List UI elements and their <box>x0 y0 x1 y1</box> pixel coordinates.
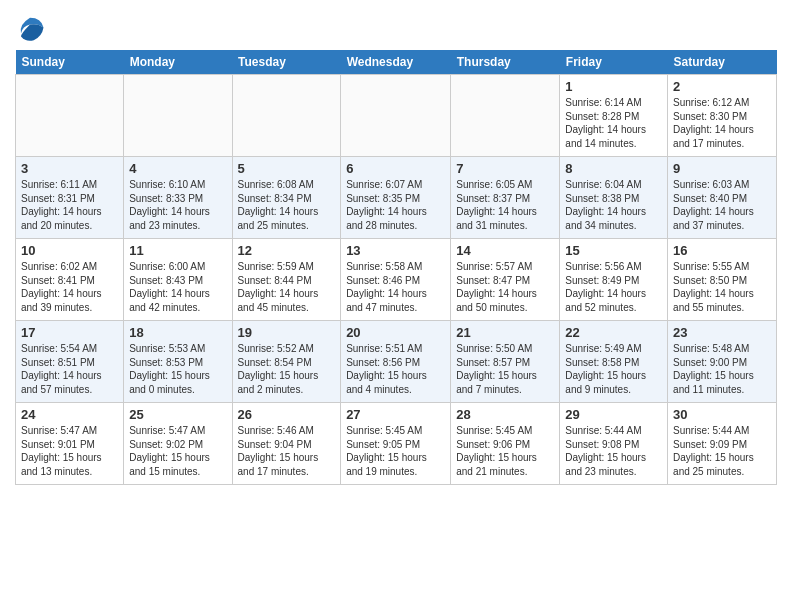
calendar-day-cell: 18Sunrise: 5:53 AM Sunset: 8:53 PM Dayli… <box>124 321 232 403</box>
calendar-week-row: 10Sunrise: 6:02 AM Sunset: 8:41 PM Dayli… <box>16 239 777 321</box>
day-number: 22 <box>565 325 662 340</box>
day-info: Sunrise: 5:52 AM Sunset: 8:54 PM Dayligh… <box>238 342 336 396</box>
day-number: 1 <box>565 79 662 94</box>
calendar-day-cell: 21Sunrise: 5:50 AM Sunset: 8:57 PM Dayli… <box>451 321 560 403</box>
day-info: Sunrise: 6:04 AM Sunset: 8:38 PM Dayligh… <box>565 178 662 232</box>
page-header <box>15 10 777 44</box>
day-info: Sunrise: 5:55 AM Sunset: 8:50 PM Dayligh… <box>673 260 771 314</box>
day-info: Sunrise: 5:57 AM Sunset: 8:47 PM Dayligh… <box>456 260 554 314</box>
calendar-week-row: 3Sunrise: 6:11 AM Sunset: 8:31 PM Daylig… <box>16 157 777 239</box>
day-number: 16 <box>673 243 771 258</box>
calendar-day-cell: 1Sunrise: 6:14 AM Sunset: 8:28 PM Daylig… <box>560 75 668 157</box>
calendar-day-cell: 16Sunrise: 5:55 AM Sunset: 8:50 PM Dayli… <box>668 239 777 321</box>
calendar-day-cell: 3Sunrise: 6:11 AM Sunset: 8:31 PM Daylig… <box>16 157 124 239</box>
weekday-header: Sunday <box>16 50 124 75</box>
calendar-day-cell: 24Sunrise: 5:47 AM Sunset: 9:01 PM Dayli… <box>16 403 124 485</box>
day-number: 8 <box>565 161 662 176</box>
day-info: Sunrise: 5:54 AM Sunset: 8:51 PM Dayligh… <box>21 342 118 396</box>
calendar-day-cell: 19Sunrise: 5:52 AM Sunset: 8:54 PM Dayli… <box>232 321 341 403</box>
day-number: 19 <box>238 325 336 340</box>
calendar-day-cell: 13Sunrise: 5:58 AM Sunset: 8:46 PM Dayli… <box>341 239 451 321</box>
weekday-header-row: SundayMondayTuesdayWednesdayThursdayFrid… <box>16 50 777 75</box>
day-info: Sunrise: 6:08 AM Sunset: 8:34 PM Dayligh… <box>238 178 336 232</box>
calendar-day-cell <box>341 75 451 157</box>
day-number: 26 <box>238 407 336 422</box>
day-number: 20 <box>346 325 445 340</box>
calendar-day-cell: 26Sunrise: 5:46 AM Sunset: 9:04 PM Dayli… <box>232 403 341 485</box>
calendar-week-row: 24Sunrise: 5:47 AM Sunset: 9:01 PM Dayli… <box>16 403 777 485</box>
calendar-week-row: 17Sunrise: 5:54 AM Sunset: 8:51 PM Dayli… <box>16 321 777 403</box>
weekday-header: Friday <box>560 50 668 75</box>
weekday-header: Thursday <box>451 50 560 75</box>
day-number: 24 <box>21 407 118 422</box>
day-number: 3 <box>21 161 118 176</box>
day-info: Sunrise: 5:48 AM Sunset: 9:00 PM Dayligh… <box>673 342 771 396</box>
day-number: 11 <box>129 243 226 258</box>
day-number: 5 <box>238 161 336 176</box>
day-info: Sunrise: 6:07 AM Sunset: 8:35 PM Dayligh… <box>346 178 445 232</box>
day-number: 27 <box>346 407 445 422</box>
day-number: 15 <box>565 243 662 258</box>
calendar-day-cell: 20Sunrise: 5:51 AM Sunset: 8:56 PM Dayli… <box>341 321 451 403</box>
day-number: 23 <box>673 325 771 340</box>
day-info: Sunrise: 5:47 AM Sunset: 9:02 PM Dayligh… <box>129 424 226 478</box>
day-number: 7 <box>456 161 554 176</box>
day-info: Sunrise: 6:10 AM Sunset: 8:33 PM Dayligh… <box>129 178 226 232</box>
calendar-day-cell <box>451 75 560 157</box>
day-number: 10 <box>21 243 118 258</box>
calendar-day-cell: 7Sunrise: 6:05 AM Sunset: 8:37 PM Daylig… <box>451 157 560 239</box>
weekday-header: Tuesday <box>232 50 341 75</box>
calendar-day-cell: 27Sunrise: 5:45 AM Sunset: 9:05 PM Dayli… <box>341 403 451 485</box>
calendar-day-cell: 22Sunrise: 5:49 AM Sunset: 8:58 PM Dayli… <box>560 321 668 403</box>
calendar-day-cell: 5Sunrise: 6:08 AM Sunset: 8:34 PM Daylig… <box>232 157 341 239</box>
calendar-day-cell: 11Sunrise: 6:00 AM Sunset: 8:43 PM Dayli… <box>124 239 232 321</box>
calendar-day-cell: 4Sunrise: 6:10 AM Sunset: 8:33 PM Daylig… <box>124 157 232 239</box>
calendar-day-cell: 12Sunrise: 5:59 AM Sunset: 8:44 PM Dayli… <box>232 239 341 321</box>
day-info: Sunrise: 5:44 AM Sunset: 9:08 PM Dayligh… <box>565 424 662 478</box>
day-number: 21 <box>456 325 554 340</box>
day-info: Sunrise: 5:50 AM Sunset: 8:57 PM Dayligh… <box>456 342 554 396</box>
day-info: Sunrise: 6:11 AM Sunset: 8:31 PM Dayligh… <box>21 178 118 232</box>
calendar-day-cell: 23Sunrise: 5:48 AM Sunset: 9:00 PM Dayli… <box>668 321 777 403</box>
calendar-day-cell <box>124 75 232 157</box>
day-info: Sunrise: 5:59 AM Sunset: 8:44 PM Dayligh… <box>238 260 336 314</box>
day-info: Sunrise: 5:49 AM Sunset: 8:58 PM Dayligh… <box>565 342 662 396</box>
day-number: 14 <box>456 243 554 258</box>
day-info: Sunrise: 6:14 AM Sunset: 8:28 PM Dayligh… <box>565 96 662 150</box>
day-number: 6 <box>346 161 445 176</box>
day-info: Sunrise: 5:45 AM Sunset: 9:05 PM Dayligh… <box>346 424 445 478</box>
calendar-table: SundayMondayTuesdayWednesdayThursdayFrid… <box>15 50 777 485</box>
day-info: Sunrise: 5:56 AM Sunset: 8:49 PM Dayligh… <box>565 260 662 314</box>
calendar-day-cell: 9Sunrise: 6:03 AM Sunset: 8:40 PM Daylig… <box>668 157 777 239</box>
calendar-week-row: 1Sunrise: 6:14 AM Sunset: 8:28 PM Daylig… <box>16 75 777 157</box>
day-number: 12 <box>238 243 336 258</box>
weekday-header: Saturday <box>668 50 777 75</box>
logo <box>15 14 47 44</box>
calendar-day-cell <box>232 75 341 157</box>
logo-icon <box>15 14 45 44</box>
day-number: 2 <box>673 79 771 94</box>
calendar-day-cell: 6Sunrise: 6:07 AM Sunset: 8:35 PM Daylig… <box>341 157 451 239</box>
day-info: Sunrise: 5:45 AM Sunset: 9:06 PM Dayligh… <box>456 424 554 478</box>
calendar-day-cell: 28Sunrise: 5:45 AM Sunset: 9:06 PM Dayli… <box>451 403 560 485</box>
weekday-header: Wednesday <box>341 50 451 75</box>
day-number: 30 <box>673 407 771 422</box>
calendar-day-cell: 30Sunrise: 5:44 AM Sunset: 9:09 PM Dayli… <box>668 403 777 485</box>
day-info: Sunrise: 6:12 AM Sunset: 8:30 PM Dayligh… <box>673 96 771 150</box>
calendar-day-cell: 25Sunrise: 5:47 AM Sunset: 9:02 PM Dayli… <box>124 403 232 485</box>
calendar-day-cell: 10Sunrise: 6:02 AM Sunset: 8:41 PM Dayli… <box>16 239 124 321</box>
day-info: Sunrise: 6:03 AM Sunset: 8:40 PM Dayligh… <box>673 178 771 232</box>
day-number: 25 <box>129 407 226 422</box>
calendar-day-cell: 15Sunrise: 5:56 AM Sunset: 8:49 PM Dayli… <box>560 239 668 321</box>
day-info: Sunrise: 6:05 AM Sunset: 8:37 PM Dayligh… <box>456 178 554 232</box>
day-number: 28 <box>456 407 554 422</box>
day-info: Sunrise: 5:53 AM Sunset: 8:53 PM Dayligh… <box>129 342 226 396</box>
weekday-header: Monday <box>124 50 232 75</box>
day-info: Sunrise: 6:00 AM Sunset: 8:43 PM Dayligh… <box>129 260 226 314</box>
day-info: Sunrise: 5:44 AM Sunset: 9:09 PM Dayligh… <box>673 424 771 478</box>
calendar-day-cell: 8Sunrise: 6:04 AM Sunset: 8:38 PM Daylig… <box>560 157 668 239</box>
calendar-day-cell <box>16 75 124 157</box>
day-info: Sunrise: 5:51 AM Sunset: 8:56 PM Dayligh… <box>346 342 445 396</box>
calendar-day-cell: 14Sunrise: 5:57 AM Sunset: 8:47 PM Dayli… <box>451 239 560 321</box>
day-number: 17 <box>21 325 118 340</box>
